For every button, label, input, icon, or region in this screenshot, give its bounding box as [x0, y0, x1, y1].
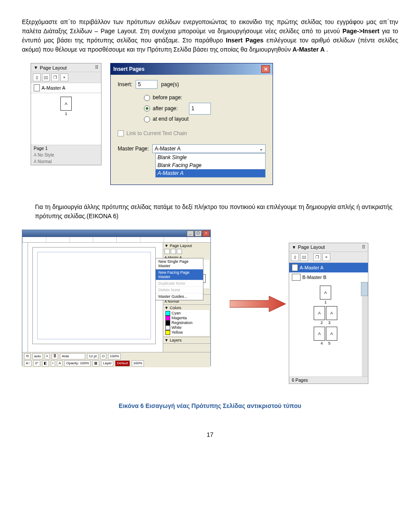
- page-thumb[interactable]: A: [314, 306, 325, 320]
- radio-before-label: before page:: [153, 93, 182, 103]
- pages-label: page(s): [161, 81, 179, 87]
- panel-header[interactable]: ▼ Page Layout ⠿: [289, 243, 368, 252]
- color-white[interactable]: White: [165, 325, 208, 330]
- opacity-field[interactable]: Opacity: 100%: [64, 360, 91, 366]
- horizontal-ruler: [22, 237, 210, 243]
- ctrl[interactable]: I: [51, 360, 55, 366]
- facing-page-icon[interactable]: ▯▯: [300, 253, 308, 261]
- page-thumbnail[interactable]: A: [60, 97, 72, 111]
- radio-icon[interactable]: [144, 116, 150, 122]
- page-thumb[interactable]: A: [326, 327, 337, 341]
- layer-icon[interactable]: ▦: [92, 360, 99, 366]
- insert-row: Insert: 5 page(s): [118, 80, 266, 89]
- checkbox-icon[interactable]: [118, 130, 124, 136]
- collapse-icon[interactable]: ▼: [292, 245, 296, 250]
- combo-item[interactable]: Blank Single: [156, 153, 265, 161]
- page-thumb[interactable]: A: [314, 327, 325, 341]
- dialog-titlebar[interactable]: Insert Pages ✕: [111, 63, 273, 75]
- align-icon[interactable]: ≡: [45, 353, 50, 359]
- style-none[interactable]: A No Style: [31, 152, 101, 158]
- minimize-icon[interactable]: _: [187, 230, 194, 237]
- collapse-icon[interactable]: ▼: [34, 65, 38, 70]
- radio-after[interactable]: after page: 1: [144, 103, 266, 115]
- ctrl[interactable]: ⟲: [24, 353, 31, 359]
- icon[interactable]: [171, 249, 176, 254]
- menu-master-guides[interactable]: Master Guides...: [156, 293, 203, 300]
- radio-icon-selected[interactable]: [144, 105, 150, 112]
- section-header[interactable]: ▼ Layers: [164, 338, 209, 342]
- align-icon[interactable]: ≣: [52, 353, 58, 359]
- scrollbar-thumb[interactable]: [361, 282, 368, 296]
- page-thumb[interactable]: A: [326, 306, 337, 320]
- master-label: A-Master A: [42, 85, 65, 91]
- panel-title: Page Layout: [298, 244, 325, 250]
- chevron-down-icon[interactable]: ⌄: [259, 146, 263, 152]
- maximize-icon[interactable]: ▢: [195, 230, 202, 237]
- auto-field[interactable]: auto: [32, 353, 43, 359]
- window-titlebar[interactable]: _ ▢ ×: [22, 230, 210, 237]
- position-radio-group: before page: after page: 1 at end of lay…: [144, 93, 266, 124]
- ctrl[interactable]: A: [57, 360, 63, 366]
- menu-delete[interactable]: Delete None: [156, 287, 203, 293]
- insert-pages-dialog: Insert Pages ✕ Insert: 5 page(s) before …: [110, 63, 273, 185]
- delete-icon[interactable]: ×: [60, 73, 68, 81]
- x-field[interactable]: 0": [33, 360, 40, 366]
- color-registration[interactable]: Registration: [165, 321, 208, 325]
- panel-grip-icon[interactable]: ⠿: [362, 244, 365, 250]
- pages-status: 6 Pages: [289, 377, 368, 384]
- master-row[interactable]: A-Master A: [31, 83, 101, 93]
- color-yellow[interactable]: Yellow: [165, 330, 208, 335]
- arrow-icon: [230, 295, 287, 313]
- style-normal[interactable]: A Normal: [31, 158, 101, 165]
- delete-icon[interactable]: ×: [322, 253, 330, 261]
- panel-toolbar: ▯ ▯▯ ❐ ×: [31, 72, 101, 83]
- icon[interactable]: [177, 249, 182, 254]
- combo-item-selected[interactable]: A-Master A: [156, 169, 265, 177]
- page-status: Page 1: [31, 145, 101, 152]
- pct-field[interactable]: 100%: [108, 353, 120, 359]
- color-cyan[interactable]: Cyan: [165, 311, 208, 316]
- ctrl[interactable]: ◧: [42, 360, 49, 366]
- menu-new-single[interactable]: New Single Page Master: [156, 258, 203, 269]
- color-magenta[interactable]: Magenta: [165, 316, 208, 321]
- master-b-row[interactable]: B-Master B: [289, 272, 368, 282]
- page-number: 17: [22, 431, 398, 438]
- size-combo[interactable]: 12 pt: [87, 353, 98, 359]
- document-area[interactable]: [28, 243, 163, 352]
- duplicate-icon[interactable]: ❐: [51, 73, 59, 81]
- pct-field[interactable]: 100%: [132, 360, 144, 366]
- single-page-icon[interactable]: ▯: [33, 73, 41, 81]
- insert-input[interactable]: 5: [136, 80, 158, 89]
- page-number-label: 1: [65, 112, 67, 116]
- close-icon[interactable]: ×: [203, 230, 210, 237]
- layer-default[interactable]: Default: [115, 360, 130, 366]
- radio-before[interactable]: before page:: [144, 93, 266, 103]
- panel-grip-icon[interactable]: ⠿: [95, 65, 98, 70]
- single-page-icon[interactable]: ▯: [291, 253, 299, 261]
- duplicate-icon[interactable]: ❐: [313, 253, 321, 261]
- para1-text-1: Εξερχόμαστε απ΄το περιβάλλον των πρότυπω…: [22, 18, 398, 35]
- menu-new-facing[interactable]: New Facing Page Master: [156, 269, 203, 280]
- link-checkbox-row[interactable]: Link to Current Text Chain: [118, 130, 266, 136]
- page-number-input[interactable]: 1: [189, 103, 211, 115]
- ctrl[interactable]: A↑: [24, 360, 32, 366]
- panel-header[interactable]: ▼ Page Layout ⠿: [31, 63, 101, 72]
- ctrl[interactable]: O: [100, 353, 106, 359]
- menu-duplicate[interactable]: Duplicate None: [156, 280, 203, 287]
- master-page-combo[interactable]: A-Master A ⌄: [152, 144, 266, 153]
- master-a-row[interactable]: A-Master A: [289, 263, 368, 272]
- radio-icon[interactable]: [144, 95, 150, 101]
- close-icon[interactable]: ✕: [261, 65, 270, 73]
- colors-section: ▼ Colors Cyan Magenta Registration White…: [163, 305, 210, 337]
- section-header[interactable]: ▼ Page Layout: [164, 244, 209, 248]
- combo-item[interactable]: Blank Facing Page: [156, 161, 265, 169]
- panel-title: Page Layout: [40, 65, 67, 70]
- facing-page-icon[interactable]: ▯▯: [42, 73, 50, 81]
- font-combo[interactable]: Arial: [60, 353, 85, 359]
- page-margin-guide: [37, 252, 151, 339]
- radio-end[interactable]: at end of layout: [144, 115, 266, 124]
- page-thumb[interactable]: A: [320, 286, 331, 300]
- master-page-icon: [292, 264, 298, 271]
- icon[interactable]: [164, 249, 170, 254]
- section-header[interactable]: ▼ Colors: [164, 306, 209, 310]
